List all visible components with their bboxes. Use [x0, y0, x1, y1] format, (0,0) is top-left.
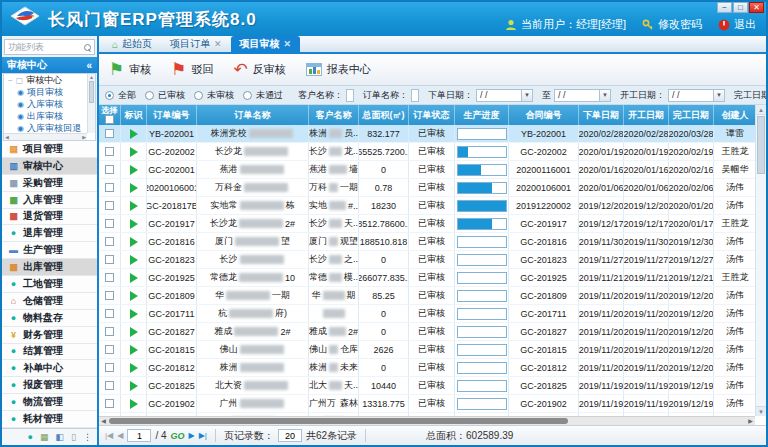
tree-horizontal-scrollbar[interactable]: ◀▶: [4, 133, 87, 140]
radio-未通过[interactable]: [243, 91, 252, 100]
row-checkbox[interactable]: [105, 399, 114, 408]
row-checkbox[interactable]: [105, 147, 114, 156]
radio-已审核[interactable]: [145, 91, 154, 100]
row-checkbox[interactable]: [105, 237, 114, 246]
go-button[interactable]: GO: [171, 431, 185, 441]
table-row[interactable]: GC-201827雅成2#雅成2#0已审核GC-2018272019/11/20…: [99, 323, 755, 341]
row-checkbox[interactable]: [105, 219, 114, 228]
table-row[interactable]: GC-201902广州广州万森林13318.775已审核GC-201902201…: [99, 395, 755, 413]
horizontal-scroll-thumb[interactable]: [109, 418, 568, 424]
close-tab-icon[interactable]: ✕: [214, 39, 222, 49]
scroll-up-icon[interactable]: ▲: [756, 105, 766, 115]
row-checkbox[interactable]: [105, 381, 114, 390]
column-header-总面积(㎡)[interactable]: 总面积(㎡): [359, 105, 409, 125]
next-page-button[interactable]: ▶: [189, 431, 195, 440]
report-center-button[interactable]: 报表中心: [306, 62, 371, 77]
column-header-标识[interactable]: 标识: [121, 105, 147, 125]
table-row[interactable]: 20200106001万科金万科一期0.78已审核202001060012020…: [99, 179, 755, 197]
sidebar-item-采购管理[interactable]: ▦采购管理: [2, 175, 97, 192]
row-checkbox[interactable]: [105, 201, 114, 210]
sidebar-item-物流管理[interactable]: ●物流管理: [2, 394, 97, 411]
vertical-scrollbar[interactable]: ▲ ▼: [755, 105, 766, 416]
column-header-创建人[interactable]: 创建人: [714, 105, 757, 125]
table-row[interactable]: GC-201809华一期华期85.25已审核GC-2018092019/11/2…: [99, 287, 755, 305]
table-row[interactable]: GC-201815佛山佛山仓库2626已审核GC-2018152019/11/2…: [99, 341, 755, 359]
minimize-button[interactable]: −: [717, 2, 732, 13]
dot-icon[interactable]: ●: [28, 432, 33, 442]
row-checkbox[interactable]: [105, 345, 114, 354]
row-checkbox[interactable]: [105, 165, 114, 174]
tree-root[interactable]: −▢审核中心: [4, 74, 87, 86]
sidebar-item-出库管理[interactable]: ▦出库管理: [2, 259, 97, 276]
row-checkbox[interactable]: [105, 255, 114, 264]
column-header-订单编号[interactable]: 订单编号: [147, 105, 197, 125]
table-row[interactable]: GC-202002长沙龙长沙龙..65525.7200..已审核GC-20200…: [99, 143, 755, 161]
sidebar-panel-header[interactable]: 审核中心 «: [2, 57, 97, 73]
sidebar-item-结算管理[interactable]: ●结算管理: [2, 344, 97, 361]
sidebar-item-入库管理[interactable]: ▦入库管理: [2, 192, 97, 209]
close-button[interactable]: ✕: [749, 2, 764, 13]
table-row[interactable]: GC-202001蕉港蕉港墙0已审核202001160012020/01/162…: [99, 161, 755, 179]
tree-item-项目审核[interactable]: ◉项目审核: [4, 86, 87, 98]
collapse-minus-icon[interactable]: −: [8, 76, 13, 85]
tree-item-出库审核[interactable]: ◉出库审核: [4, 110, 87, 122]
order-name-input[interactable]: [411, 89, 419, 102]
logout-button[interactable]: 退出: [718, 17, 756, 32]
select-all-checkbox[interactable]: [105, 115, 114, 124]
chevron-down-icon[interactable]: ▼: [600, 89, 611, 102]
tab-项目订单[interactable]: 项目订单✕: [161, 36, 231, 52]
column-header-生产进度[interactable]: 生产进度: [455, 105, 509, 125]
sidebar-item-财务管理[interactable]: ¥财务管理: [2, 327, 97, 344]
prev-page-button[interactable]: ◀: [117, 431, 123, 440]
order-date-from-select[interactable]: / / ▼: [476, 89, 533, 102]
row-checkbox[interactable]: [105, 363, 114, 372]
table-row[interactable]: GC-201812株洲株洲未来0已审核GC-2018122019/11/2020…: [99, 359, 755, 377]
tab-起始页[interactable]: ⌂起始页: [103, 36, 161, 52]
row-checkbox[interactable]: [105, 273, 114, 282]
table-row[interactable]: GC-201823长沙长沙之..0已审核GC-2018232019/11/272…: [99, 251, 755, 269]
close-tab-icon[interactable]: ✕: [284, 39, 292, 49]
column-header-开工日期[interactable]: 开工日期: [624, 105, 669, 125]
reject-button[interactable]: ⚑驳回: [171, 61, 213, 78]
customer-name-input[interactable]: [346, 89, 354, 102]
table-row[interactable]: GC-201711杭府)0已审核GC-2017112019/11/202019/…: [99, 305, 755, 323]
row-checkbox[interactable]: [105, 291, 114, 300]
table-row[interactable]: YB-202001株洲党校株洲员..832.177已审核YB-202001202…: [99, 125, 755, 143]
start-date-select[interactable]: / / ▼: [668, 89, 725, 102]
radio-未审核[interactable]: [194, 91, 203, 100]
radio-全部[interactable]: [105, 91, 114, 100]
sidebar-item-仓储管理[interactable]: ⌂仓储管理: [2, 293, 97, 310]
column-header-订单状态[interactable]: 订单状态: [409, 105, 455, 125]
horizontal-scrollbar[interactable]: ◀ ▶: [99, 416, 755, 425]
report-icon[interactable]: ▯: [71, 432, 76, 442]
sidebar-item-退库管理[interactable]: ●退库管理: [2, 225, 97, 242]
tab-项目审核[interactable]: 项目审核✕: [231, 36, 301, 52]
page-size-input[interactable]: [278, 429, 302, 442]
sidebar-item-耗材管理[interactable]: ●耗材管理: [2, 411, 97, 428]
scroll-right-icon[interactable]: ▶: [746, 417, 755, 425]
sidebar-item-项目管理[interactable]: ▤项目管理: [2, 141, 97, 158]
tree-vertical-scrollbar[interactable]: ▲: [87, 74, 95, 133]
table-row[interactable]: GC-201925常德龙10常德模..266077.835..已审核GC-201…: [99, 269, 755, 287]
overflow-icon[interactable]: ⋮: [83, 432, 92, 442]
sidebar-item-生产管理[interactable]: ▬生产管理: [2, 242, 97, 259]
collapse-icon[interactable]: «: [86, 60, 92, 71]
maximize-button[interactable]: □: [733, 2, 748, 13]
first-page-button[interactable]: |◀: [105, 431, 113, 440]
column-header-选择[interactable]: 选择: [99, 105, 121, 125]
table-row[interactable]: GC-201817B实地常栋实地#..18230已审核2019122000220…: [99, 197, 755, 215]
change-password-button[interactable]: 修改密码: [642, 17, 702, 32]
row-checkbox[interactable]: [105, 129, 114, 138]
vertical-scroll-thumb[interactable]: [757, 116, 765, 174]
cart-icon[interactable]: ▦: [40, 432, 49, 442]
table-row[interactable]: GC-201816厦门望厦门观望188510.818已审核GC-20181620…: [99, 233, 755, 251]
sidebar-item-报废管理[interactable]: ●报废管理: [2, 377, 97, 394]
column-header-合同编号[interactable]: 合同编号: [509, 105, 579, 125]
chevron-down-icon[interactable]: ▼: [714, 89, 725, 102]
unapprove-button[interactable]: ↶反审核: [234, 61, 286, 78]
edit-icon[interactable]: ◧: [56, 432, 65, 442]
chevron-down-icon[interactable]: ▼: [522, 89, 533, 102]
sidebar-item-工地管理[interactable]: ●工地管理: [2, 276, 97, 293]
row-checkbox[interactable]: [105, 327, 114, 336]
scroll-down-icon[interactable]: ▼: [756, 406, 766, 416]
